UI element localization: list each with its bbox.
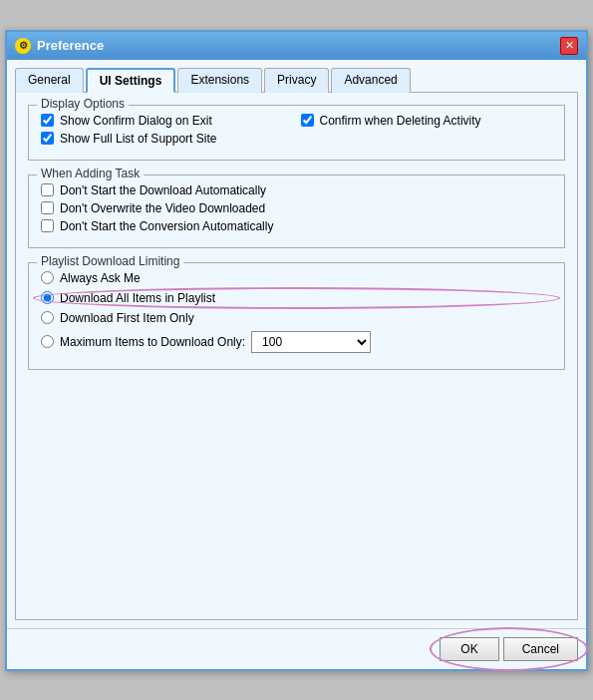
- display-options-items: Show Confirm Dialog on Exit Confirm when…: [41, 114, 552, 132]
- tab-content-ui-settings: Display Options Show Confirm Dialog on E…: [15, 92, 578, 620]
- radio-max-items-input[interactable]: [41, 335, 54, 348]
- radio-always-ask[interactable]: Always Ask Me: [41, 271, 552, 285]
- radio-first-item[interactable]: Download First Item Only: [41, 311, 552, 325]
- checkbox-no-start-download-input[interactable]: [41, 183, 54, 196]
- checkbox-confirm-dialog-input[interactable]: [41, 114, 54, 127]
- checkbox-no-overwrite[interactable]: Don't Overwrite the Video Downloaded: [41, 201, 552, 215]
- app-icon: ⚙: [15, 38, 31, 54]
- playlist-download-group: Playlist Download Limiting Always Ask Me…: [28, 262, 565, 370]
- tab-bar: General UI Settings Extensions Privacy A…: [15, 68, 578, 93]
- checkbox-full-list-input[interactable]: [41, 132, 54, 145]
- display-options-group: Display Options Show Confirm Dialog on E…: [28, 105, 565, 161]
- when-adding-task-group: When Adding Task Don't Start the Downloa…: [28, 175, 565, 248]
- checkbox-confirm-delete-input[interactable]: [301, 114, 314, 127]
- checkbox-no-start-conversion-input[interactable]: [41, 219, 54, 232]
- tab-privacy[interactable]: Privacy: [264, 68, 329, 93]
- checkbox-full-list[interactable]: Show Full List of Support Site: [41, 132, 552, 146]
- tab-general[interactable]: General: [15, 68, 84, 93]
- title-bar: ⚙ Preference ✕: [7, 32, 586, 60]
- ok-button[interactable]: OK: [440, 637, 499, 661]
- radio-first-item-input[interactable]: [41, 311, 54, 324]
- tab-extensions[interactable]: Extensions: [177, 68, 262, 93]
- bottom-bar: OK Cancel: [7, 628, 586, 669]
- max-items-select[interactable]: 100 50 200 500: [251, 331, 371, 353]
- title-bar-left: ⚙ Preference: [15, 38, 104, 54]
- display-options-label: Display Options: [37, 97, 129, 111]
- window-content: General UI Settings Extensions Privacy A…: [7, 60, 586, 628]
- preference-window: ⚙ Preference ✕ General UI Settings Exten…: [5, 30, 588, 671]
- checkbox-no-start-download[interactable]: Don't Start the Download Automatically: [41, 183, 552, 197]
- radio-download-all[interactable]: Download All Items in Playlist: [41, 291, 552, 305]
- close-button[interactable]: ✕: [560, 37, 578, 55]
- bottom-buttons-wrapper: OK Cancel: [440, 637, 578, 661]
- radio-always-ask-input[interactable]: [41, 271, 54, 284]
- checkbox-confirm-delete[interactable]: Confirm when Deleting Activity: [301, 114, 553, 128]
- checkbox-confirm-dialog[interactable]: Show Confirm Dialog on Exit: [41, 114, 293, 128]
- cancel-button[interactable]: Cancel: [503, 637, 578, 661]
- checkbox-no-overwrite-input[interactable]: [41, 201, 54, 214]
- radio-max-items[interactable]: Maximum Items to Download Only: 100 50 2…: [41, 331, 552, 353]
- window-title: Preference: [37, 38, 104, 53]
- tab-advanced[interactable]: Advanced: [331, 68, 410, 93]
- playlist-download-label: Playlist Download Limiting: [37, 254, 183, 268]
- radio-download-all-input[interactable]: [41, 291, 54, 304]
- when-adding-task-label: When Adding Task: [37, 167, 144, 180]
- checkbox-no-start-conversion[interactable]: Don't Start the Conversion Automatically: [41, 219, 552, 233]
- tab-ui-settings[interactable]: UI Settings: [86, 68, 176, 93]
